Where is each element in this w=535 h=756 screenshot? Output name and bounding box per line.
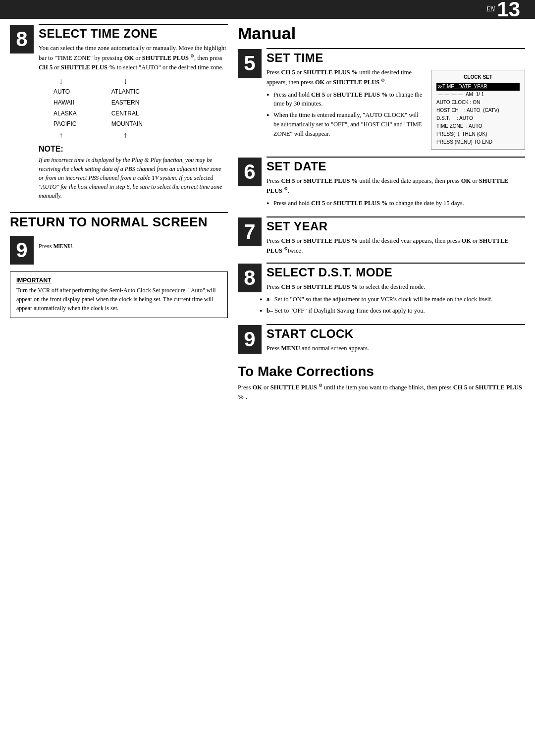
return-step-row: 9 Press MENU. bbox=[10, 235, 228, 265]
page-number: 13 bbox=[497, 0, 520, 20]
return-body: Press MENU. bbox=[39, 242, 228, 251]
clock-set-line-8: PRESS (MENU) TO END bbox=[436, 138, 520, 146]
start-clock-content: START CLOCK Press MENU and normal screen… bbox=[267, 324, 525, 354]
clock-set-title: CLOCK SET bbox=[436, 73, 520, 81]
important-heading: IMPORTANT bbox=[16, 277, 221, 284]
important-box: IMPORTANT Turn the VCR off after perform… bbox=[10, 271, 228, 318]
return-normal-content: RETURN TO NORMAL SCREEN bbox=[10, 212, 228, 233]
clock-set-line-1: ≫TIME DATE YEAR bbox=[436, 83, 520, 91]
step-9-badge-right: 9 bbox=[238, 325, 262, 354]
set-date-title: SET DATE bbox=[267, 160, 525, 173]
select-time-zone-title: SELECT TIME ZONE bbox=[39, 27, 228, 41]
set-year-body: Press CH 5 or SHUTTLE PLUS % until the d… bbox=[267, 236, 525, 256]
step-6-badge: 6 bbox=[238, 158, 262, 186]
top-header: EN 13 bbox=[0, 0, 535, 19]
set-date-content: SET DATE Press CH 5 or SHUTTLE PLUS % un… bbox=[267, 157, 525, 210]
timezone-list: ↓ ↓ AUTO HAWAII ALASKA PACIFIC bbox=[54, 77, 228, 139]
set-date-section: 6 SET DATE Press CH 5 or SHUTTLE PLUS % … bbox=[238, 157, 525, 210]
return-body-content: Press MENU. bbox=[39, 235, 228, 265]
set-date-heading: SET DATE bbox=[267, 157, 525, 173]
left-column: 8 SELECT TIME ZONE You can select the ti… bbox=[10, 24, 228, 402]
set-time-bullet-1: Press and hold CH 5 or SHUTTLE PLUS % to… bbox=[273, 90, 424, 109]
set-time-bullet-2: When the time is entered manually, "AUTO… bbox=[273, 110, 424, 138]
select-time-zone-content: SELECT TIME ZONE You can select the time… bbox=[39, 24, 228, 205]
set-time-body: Press CH 5 or SHUTTLE PLUS % until the d… bbox=[267, 68, 424, 87]
set-time-bullets: Press and hold CH 5 or SHUTTLE PLUS % to… bbox=[267, 90, 424, 139]
set-time-content: SET TIME Press CH 5 or SHUTTLE PLUS % un… bbox=[267, 48, 525, 150]
select-dst-section: 8 SELECT D.S.T. MODE Press CH 5 or SHUTT… bbox=[238, 263, 525, 317]
select-dst-bullet-a: a– Set to "ON" so that the adjustment to… bbox=[267, 295, 525, 304]
set-year-title: SET YEAR bbox=[267, 219, 525, 233]
select-time-zone-section: 8 SELECT TIME ZONE You can select the ti… bbox=[10, 24, 228, 205]
set-date-body: Press CH 5 or SHUTTLE PLUS % until the d… bbox=[267, 176, 525, 196]
timezone-col-right: ATLANTIC EASTERN CENTRAL MOUNTAIN bbox=[111, 87, 143, 129]
clock-set-line-5: D.S.T. : AUTO bbox=[436, 114, 520, 122]
clock-set-line-7: PRESS( ), THEN (OK) bbox=[436, 130, 520, 138]
select-dst-content: SELECT D.S.T. MODE Press CH 5 or SHUTTLE… bbox=[267, 263, 525, 317]
select-dst-heading: SELECT D.S.T. MODE bbox=[267, 263, 525, 279]
set-time-text-area: Press CH 5 or SHUTTLE PLUS % until the d… bbox=[267, 68, 424, 140]
select-time-zone-body: You can select the time zone automatical… bbox=[39, 44, 228, 72]
return-normal-section: RETURN TO NORMAL SCREEN bbox=[10, 212, 228, 233]
clock-set-line-6: TIME ZONE : AUTO bbox=[436, 122, 520, 130]
note-text: If an incorrect time is displayed by the… bbox=[39, 156, 228, 200]
corrections-heading: To Make Corrections bbox=[238, 364, 525, 379]
step-7-badge: 7 bbox=[238, 217, 262, 246]
start-clock-section: 9 START CLOCK Press MENU and normal scre… bbox=[238, 324, 525, 354]
clock-set-box: CLOCK SET ≫TIME DATE YEAR — — :— — AM 1/… bbox=[431, 70, 525, 150]
clock-set-line-2: — — :— — AM 1/ 1 bbox=[436, 91, 520, 99]
main-content: 8 SELECT TIME ZONE You can select the ti… bbox=[0, 19, 535, 407]
set-date-bullet-1: Press and hold CH 5 or SHUTTLE PLUS % to… bbox=[273, 199, 525, 208]
step-8-badge-right: 8 bbox=[238, 264, 262, 292]
note-heading: NOTE: bbox=[39, 145, 228, 154]
step-9-badge-left: 9 bbox=[10, 236, 34, 265]
return-title: RETURN TO NORMAL SCREEN bbox=[10, 215, 228, 230]
note-box: NOTE: If an incorrect time is displayed … bbox=[39, 145, 228, 200]
set-time-section: 5 SET TIME Press CH 5 or SHUTTLE PLUS % … bbox=[238, 48, 525, 150]
select-dst-bullets: a– Set to "ON" so that the adjustment to… bbox=[267, 295, 525, 316]
en-label: EN bbox=[486, 5, 495, 13]
set-time-title: SET TIME bbox=[267, 51, 525, 65]
set-date-bullets: Press and hold CH 5 or SHUTTLE PLUS % to… bbox=[267, 199, 525, 208]
manual-heading: Manual bbox=[238, 24, 525, 43]
right-column: Manual 5 SET TIME Press CH 5 or SHUTTLE … bbox=[238, 24, 525, 402]
step-8-badge: 8 bbox=[10, 25, 34, 54]
set-time-heading: SET TIME bbox=[267, 48, 525, 65]
set-time-inner: Press CH 5 or SHUTTLE PLUS % until the d… bbox=[267, 68, 525, 150]
clock-set-line-3: AUTO CLOCK : ON bbox=[436, 99, 520, 107]
step-5-badge: 5 bbox=[238, 49, 262, 78]
corrections-body: Press OK or SHUTTLE PLUS ⚙ until the ite… bbox=[238, 382, 525, 402]
select-dst-body: Press CH 5 or SHUTTLE PLUS % to select t… bbox=[267, 282, 525, 292]
start-clock-heading: START CLOCK bbox=[267, 324, 525, 341]
select-time-zone-heading: SELECT TIME ZONE bbox=[39, 24, 228, 41]
set-year-section: 7 SET YEAR Press CH 5 or SHUTTLE PLUS % … bbox=[238, 216, 525, 256]
return-heading: RETURN TO NORMAL SCREEN bbox=[10, 212, 228, 230]
clock-set-line-4: HOST CH : AUTO (CATV) bbox=[436, 107, 520, 114]
set-year-content: SET YEAR Press CH 5 or SHUTTLE PLUS % un… bbox=[267, 216, 525, 256]
select-dst-title: SELECT D.S.T. MODE bbox=[267, 266, 525, 279]
corrections-section: To Make Corrections Press OK or SHUTTLE … bbox=[238, 364, 525, 402]
important-text: Turn the VCR off after performing the Se… bbox=[16, 286, 221, 313]
timezone-col-left: AUTO HAWAII ALASKA PACIFIC bbox=[54, 87, 77, 129]
select-dst-bullet-b: b– Set to "OFF" if Daylight Saving Time … bbox=[267, 306, 525, 316]
set-year-heading: SET YEAR bbox=[267, 216, 525, 233]
start-clock-body: Press MENU and normal screen appears. bbox=[267, 344, 525, 353]
start-clock-title: START CLOCK bbox=[267, 327, 525, 341]
